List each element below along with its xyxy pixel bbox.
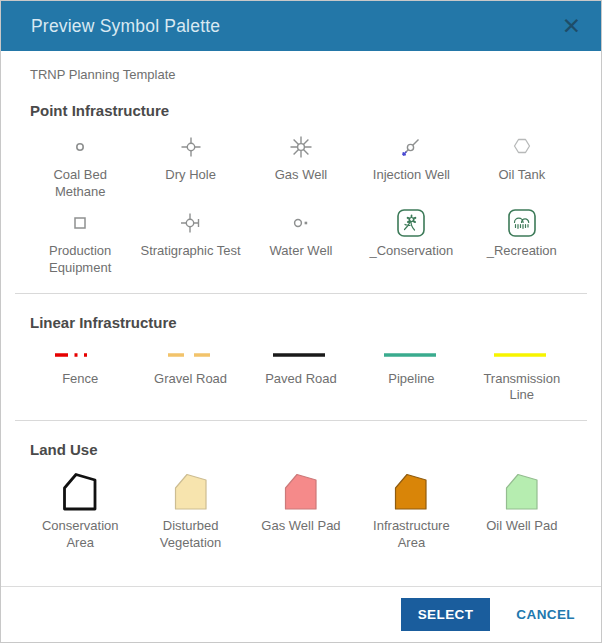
palette-item-gas-well: Gas Well bbox=[246, 129, 356, 205]
palette-item-label: _Conservation bbox=[369, 243, 453, 260]
oil-tank-symbol bbox=[509, 131, 535, 163]
palette-item-label: Pipeline bbox=[388, 371, 434, 388]
stratigraphic-test-symbol bbox=[177, 207, 205, 239]
palette-item-label: Production Equipment bbox=[29, 243, 131, 277]
dry-hole-symbol bbox=[178, 131, 204, 163]
palette-item-label: Stratigraphic Test bbox=[140, 243, 240, 260]
gravel-road-symbol bbox=[143, 343, 238, 367]
symbol-grid: FenceGravel RoadPaved RoadPipelineTransm… bbox=[1, 341, 601, 409]
palette-item-conservation: _Conservation bbox=[356, 205, 466, 281]
transmission-line-symbol bbox=[474, 343, 569, 367]
palette-item-coal-bed-methane: Coal Bed Methane bbox=[25, 129, 135, 205]
palette-item-label: Dry Hole bbox=[165, 167, 216, 184]
palette-item-pipeline: Pipeline bbox=[356, 341, 466, 409]
palette-item-label: Paved Road bbox=[265, 371, 337, 388]
palette-item-recreation: _Recreation bbox=[467, 205, 577, 281]
palette-item-gas-well-pad: Gas Well Pad bbox=[246, 468, 356, 556]
palette-item-oil-well-pad: Oil Well Pad bbox=[467, 468, 577, 556]
section-heading: Point Infrastructure bbox=[30, 102, 572, 119]
palette-item-disturbed-vegetation: Disturbed Vegetation bbox=[135, 468, 245, 556]
dialog-header: Preview Symbol Palette ✕ bbox=[1, 1, 601, 51]
water-well-symbol bbox=[287, 207, 315, 239]
palette-item-dry-hole: Dry Hole bbox=[135, 129, 245, 205]
recreation-symbol bbox=[507, 207, 537, 239]
conservation-area-symbol bbox=[62, 470, 98, 514]
cancel-button[interactable]: CANCEL bbox=[516, 607, 575, 622]
section-heading: Linear Infrastructure bbox=[30, 314, 572, 331]
palette-item-transmission-line: Transmission Line bbox=[467, 341, 577, 409]
gas-well-symbol bbox=[288, 131, 314, 163]
palette-item-label: Gravel Road bbox=[154, 371, 227, 388]
palette-item-fence: Fence bbox=[25, 341, 135, 409]
preview-symbol-palette-dialog: Preview Symbol Palette ✕ TRNP Planning T… bbox=[0, 0, 602, 643]
pipeline-symbol bbox=[364, 343, 459, 367]
dialog-title: Preview Symbol Palette bbox=[31, 16, 220, 37]
symbol-grid: Conservation AreaDisturbed VegetationGas… bbox=[1, 468, 601, 556]
conservation-symbol bbox=[396, 207, 426, 239]
palette-item-label: Oil Tank bbox=[498, 167, 545, 184]
disturbed-vegetation-symbol bbox=[173, 470, 209, 514]
palette-item-production-equipment: Production Equipment bbox=[25, 205, 135, 281]
oil-well-pad-symbol bbox=[504, 470, 540, 514]
palette-item-label: Conservation Area bbox=[29, 518, 131, 552]
paved-road-symbol bbox=[253, 343, 348, 367]
palette-item-water-well: Water Well bbox=[246, 205, 356, 281]
production-equipment-symbol bbox=[67, 207, 93, 239]
template-name: TRNP Planning Template bbox=[30, 67, 572, 82]
palette-item-label: Transmission Line bbox=[471, 371, 573, 405]
symbol-grid: Coal Bed MethaneDry HoleGas WellInjectio… bbox=[1, 129, 601, 281]
palette-item-gravel-road: Gravel Road bbox=[135, 341, 245, 409]
palette-item-oil-tank: Oil Tank bbox=[467, 129, 577, 205]
close-icon[interactable]: ✕ bbox=[562, 15, 581, 38]
fence-symbol bbox=[33, 343, 128, 367]
dialog-body: TRNP Planning Template Point Infrastruct… bbox=[1, 51, 601, 586]
infrastructure-area-symbol bbox=[393, 470, 429, 514]
palette-item-label: Coal Bed Methane bbox=[29, 167, 131, 201]
section-divider bbox=[15, 420, 587, 421]
palette-item-stratigraphic-test: Stratigraphic Test bbox=[135, 205, 245, 281]
palette-item-injection-well: Injection Well bbox=[356, 129, 466, 205]
palette-item-label: _Recreation bbox=[487, 243, 557, 260]
palette-item-label: Water Well bbox=[270, 243, 333, 260]
select-button[interactable]: SELECT bbox=[401, 598, 491, 631]
dialog-footer: SELECT CANCEL bbox=[1, 586, 601, 642]
injection-well-symbol bbox=[398, 131, 424, 163]
palette-item-paved-road: Paved Road bbox=[246, 341, 356, 409]
palette-item-conservation-area: Conservation Area bbox=[25, 468, 135, 556]
palette-item-infrastructure-area: Infrastructure Area bbox=[356, 468, 466, 556]
sections: Point InfrastructureCoal Bed MethaneDry … bbox=[1, 102, 601, 556]
section-heading: Land Use bbox=[30, 441, 572, 458]
palette-item-label: Oil Well Pad bbox=[486, 518, 557, 535]
coal-bed-methane-symbol bbox=[67, 131, 93, 163]
section-divider bbox=[15, 293, 587, 294]
palette-item-label: Disturbed Vegetation bbox=[139, 518, 241, 552]
palette-item-label: Infrastructure Area bbox=[360, 518, 462, 552]
gas-well-pad-symbol bbox=[283, 470, 319, 514]
palette-item-label: Fence bbox=[62, 371, 98, 388]
palette-item-label: Gas Well Pad bbox=[261, 518, 340, 535]
palette-item-label: Injection Well bbox=[373, 167, 450, 184]
palette-item-label: Gas Well bbox=[275, 167, 328, 184]
